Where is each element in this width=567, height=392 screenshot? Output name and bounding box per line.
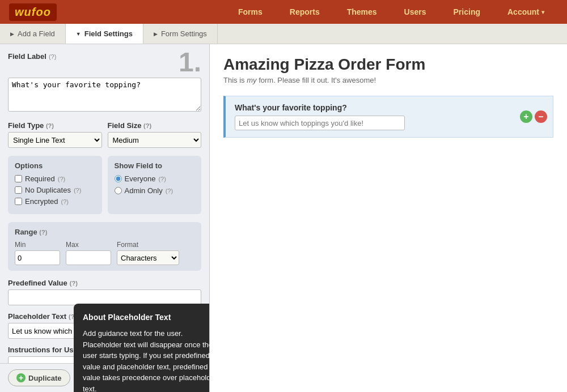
predefined-label: Predefined Value (?) <box>8 279 201 287</box>
form-subtitle: This is my form. Please fill it out. It'… <box>223 76 553 84</box>
question-label: What's your favorite topping? <box>235 103 544 112</box>
duplicate-icon: + <box>16 373 26 382</box>
range-min-col: Min <box>15 241 60 265</box>
predefined-field: Predefined Value (?) <box>8 279 201 305</box>
show-field-title: Show Field to <box>115 161 195 170</box>
account-arrow-icon: ▾ <box>541 9 544 15</box>
field-type-label: Field Type (?) <box>8 121 102 130</box>
nav-forms[interactable]: Forms <box>225 0 276 24</box>
tooltip: ✕ About Placeholder Text Add guidance te… <box>74 304 210 392</box>
nav-reports[interactable]: Reports <box>276 0 333 24</box>
range-max-input[interactable] <box>66 250 111 265</box>
subtitle-prefix: This is <box>223 76 247 84</box>
question-add-button[interactable]: + <box>520 110 532 123</box>
field-size-col: Field Size (?) Small Medium Large <box>108 121 202 148</box>
encrypted-help[interactable]: (?) <box>61 198 69 205</box>
subnav-field-settings[interactable]: ▼ Field Settings <box>66 24 143 44</box>
subtitle-em: my <box>247 76 256 84</box>
required-label: Required <box>25 174 55 183</box>
subnav-add-field-label: Add a Field <box>18 29 55 38</box>
field-label-help[interactable]: (?) <box>49 53 56 60</box>
range-title: Range (?) <box>15 228 194 236</box>
options-group: Options Required (?) No Duplicates (?) E… <box>8 156 102 214</box>
field-label-input[interactable]: What's your favorite topping? <box>8 78 201 112</box>
no-duplicates-checkbox[interactable] <box>15 186 22 194</box>
main-nav: Forms Reports Themes Users Pricing Accou… <box>225 0 558 24</box>
subnav-form-settings-icon: ▶ <box>154 31 158 37</box>
tooltip-title: About Placeholder Text <box>83 312 210 323</box>
field-size-select[interactable]: Small Medium Large <box>108 132 202 148</box>
field-type-col: Field Type (?) Single Line Text Paragrap… <box>8 121 102 148</box>
left-panel: Field Label (?) 1. What's your favorite … <box>0 44 210 392</box>
subnav: ▶ Add a Field ▼ Field Settings ▶ Form Se… <box>0 24 567 44</box>
everyone-help[interactable]: (?) <box>158 176 166 182</box>
required-checkbox[interactable] <box>15 175 22 182</box>
subnav-add-field[interactable]: ▶ Add a Field <box>0 24 66 44</box>
field-type-select[interactable]: Single Line Text Paragraph Text Checkbox… <box>8 132 102 148</box>
admin-only-help[interactable]: (?) <box>166 188 173 194</box>
logo[interactable]: wufoo <box>9 3 57 21</box>
range-format-col: Format Characters Words <box>117 241 179 265</box>
subtitle-suffix: form. Please fill it out. It's awesome! <box>257 76 376 84</box>
options-show-row: Options Required (?) No Duplicates (?) E… <box>8 156 201 214</box>
subnav-form-settings[interactable]: ▶ Form Settings <box>143 24 218 44</box>
subnav-field-settings-icon: ▼ <box>76 31 81 37</box>
predefined-input[interactable] <box>8 289 201 305</box>
everyone-label: Everyone <box>125 174 156 183</box>
tooltip-body: Add guidance text for the user. Placehol… <box>83 328 210 392</box>
question-block: What's your favorite topping? + – <box>223 96 553 138</box>
required-row: Required (?) <box>15 174 95 183</box>
admin-only-radio[interactable] <box>115 187 122 194</box>
form-title: Amazing Pizza Order Form <box>223 56 553 74</box>
field-number: 1. <box>179 46 201 78</box>
right-panel: Amazing Pizza Order Form This is my form… <box>210 44 567 392</box>
range-help[interactable]: (?) <box>39 229 47 236</box>
admin-only-label: Admin Only <box>125 186 163 195</box>
show-field-group: Show Field to Everyone (?) Admin Only (?… <box>108 156 202 214</box>
range-max-label: Max <box>66 241 111 249</box>
question-remove-button[interactable]: – <box>535 110 547 123</box>
encrypted-label: Encrypted <box>25 197 58 206</box>
options-title: Options <box>15 161 95 170</box>
range-min-label: Min <box>15 241 60 249</box>
range-inputs: Min Max Format Characters Words <box>15 241 194 265</box>
range-section: Range (?) Min Max Format Characters Word… <box>8 222 201 271</box>
field-size-help[interactable]: (?) <box>143 122 151 129</box>
predefined-help[interactable]: (?) <box>70 280 78 287</box>
nav-pricing[interactable]: Pricing <box>440 0 494 24</box>
required-help[interactable]: (?) <box>58 176 65 182</box>
subnav-form-settings-label: Form Settings <box>161 29 207 38</box>
logo-ufoo: ufoo <box>24 6 51 18</box>
nav-themes[interactable]: Themes <box>333 0 391 24</box>
everyone-row: Everyone (?) <box>115 174 195 183</box>
question-input[interactable] <box>235 116 405 130</box>
range-format-select[interactable]: Characters Words <box>117 250 179 265</box>
admin-only-row: Admin Only (?) <box>115 186 195 195</box>
nav-users[interactable]: Users <box>391 0 440 24</box>
encrypted-checkbox[interactable] <box>15 198 22 205</box>
encrypted-row: Encrypted (?) <box>15 197 95 206</box>
main-content: Field Label (?) 1. What's your favorite … <box>0 44 567 392</box>
subnav-field-settings-label: Field Settings <box>84 29 133 38</box>
question-actions: + – <box>520 110 547 123</box>
nav-account-label: Account <box>507 7 539 16</box>
range-min-input[interactable] <box>15 250 60 265</box>
nav-account[interactable]: Account ▾ <box>494 0 558 24</box>
no-duplicates-help[interactable]: (?) <box>74 187 81 194</box>
field-label-header: Field Label (?) <box>8 52 56 61</box>
field-type-help[interactable]: (?) <box>46 122 54 129</box>
field-type-size-row: Field Type (?) Single Line Text Paragrap… <box>8 121 201 148</box>
no-duplicates-label: No Duplicates <box>25 186 71 194</box>
header: wufoo Forms Reports Themes Users Pricing… <box>0 0 567 24</box>
everyone-radio[interactable] <box>115 175 122 182</box>
duplicate-label: Duplicate <box>28 374 62 382</box>
range-max-col: Max <box>66 241 111 265</box>
subnav-add-field-icon: ▶ <box>10 31 14 37</box>
range-format-label: Format <box>117 241 179 249</box>
field-label-section: Field Label (?) 1. What's your favorite … <box>8 52 201 113</box>
duplicate-button[interactable]: + Duplicate <box>8 369 70 386</box>
field-label-text: Field Label <box>8 52 46 61</box>
no-duplicates-row: No Duplicates (?) <box>15 186 95 194</box>
field-size-label: Field Size (?) <box>108 121 202 130</box>
logo-w: w <box>15 6 24 18</box>
